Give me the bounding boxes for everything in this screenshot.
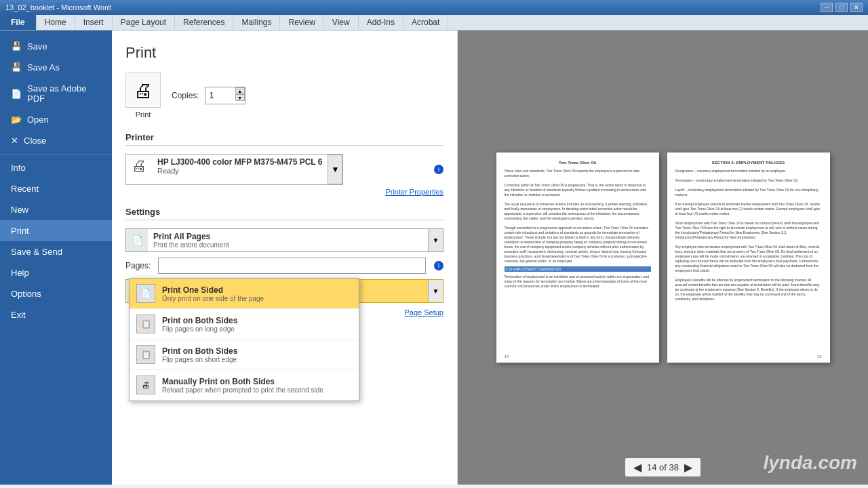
title-bar: 13_02_booklet - Microsoft Word ─ □ ✕ bbox=[0, 0, 868, 15]
print-button[interactable]: 🖨 Print bbox=[125, 73, 161, 119]
sidebar-item-savesend[interactable]: Save & Send bbox=[0, 241, 112, 262]
print-sides-popup: 📄 Print One Sided Only print on one side… bbox=[129, 278, 359, 401]
printer-selector: 🖨 HP LJ300-400 color MFP M375-M475 PCL 6… bbox=[125, 154, 343, 185]
both-sides-long-text: Print on Both Sides Flip pages on long e… bbox=[162, 316, 352, 333]
current-page-indicator: 14 of 38 bbox=[647, 462, 679, 472]
sidebar-item-info[interactable]: Info bbox=[0, 157, 112, 178]
both-sides-long-title: Print on Both Sides bbox=[162, 316, 352, 325]
preview-nav: ◀ 14 of 38 ▶ bbox=[625, 458, 701, 476]
tab-home[interactable]: Home bbox=[37, 15, 75, 30]
page-right-content: Resignation – voluntary employment termi… bbox=[675, 169, 822, 302]
print-range-main: Print All Pages bbox=[153, 232, 422, 241]
copies-spinner[interactable]: ▲ ▼ bbox=[235, 87, 245, 104]
main-content: Print 🖨 Print Copies: ▲ ▼ bbox=[112, 30, 868, 485]
pages-label: Pages: bbox=[125, 261, 153, 270]
sidebar-item-print[interactable]: Print bbox=[0, 220, 112, 241]
popup-option-both-sides-short[interactable]: 📋 Print on Both Sides Flip pages on shor… bbox=[130, 340, 359, 370]
window-controls[interactable]: ─ □ ✕ bbox=[821, 3, 863, 12]
manual-both-text: Manually Print on Both Sides Reload pape… bbox=[162, 377, 352, 394]
next-page-button[interactable]: ▶ bbox=[684, 461, 692, 474]
both-sides-long-desc: Flip pages on long edge bbox=[162, 325, 352, 333]
tab-acrobat[interactable]: Acrobat bbox=[403, 15, 448, 30]
close-icon: ✕ bbox=[11, 136, 18, 146]
tab-page-layout[interactable]: Page Layout bbox=[113, 15, 175, 30]
sidebar-item-help[interactable]: Help bbox=[0, 262, 112, 283]
tab-mailings[interactable]: Mailings bbox=[233, 15, 280, 30]
lynda-watermark: lynda.com bbox=[764, 452, 857, 474]
manual-both-icon: 🖨 bbox=[136, 375, 155, 394]
tab-view[interactable]: View bbox=[324, 15, 359, 30]
save-icon: 💾 bbox=[11, 41, 22, 52]
manual-both-desc: Reload paper when prompted to print the … bbox=[162, 386, 352, 394]
both-sides-short-title: Print on Both Sides bbox=[162, 346, 352, 356]
ribbon-tabs: File Home Insert Page Layout References … bbox=[0, 15, 868, 30]
page-number-left: 14 bbox=[505, 354, 509, 359]
printer-device-icon: 🖨 bbox=[126, 155, 152, 184]
preview-page-left: Two Trees Olive Oil These rules and stan… bbox=[496, 152, 659, 363]
printer-properties-link[interactable]: Printer Properties bbox=[125, 188, 443, 196]
page-left-content-2: Termination of employment is an inevitab… bbox=[505, 274, 651, 289]
sidebar-new-label: New bbox=[11, 205, 28, 215]
tab-references[interactable]: References bbox=[175, 15, 233, 30]
pages-row: Pages: i bbox=[125, 258, 443, 274]
printer-name: HP LJ300-400 color MFP M375-M475 PCL 6 bbox=[157, 157, 322, 167]
both-sides-short-icon: 📋 bbox=[136, 345, 155, 364]
tab-review[interactable]: Review bbox=[280, 15, 323, 30]
sidebar-item-recent[interactable]: Recent bbox=[0, 178, 112, 199]
sidebar-item-options[interactable]: Options bbox=[0, 283, 112, 304]
sidebar-print-label: Print bbox=[11, 226, 29, 236]
sidebar-saveas-label: Save As bbox=[27, 62, 60, 73]
copies-input[interactable] bbox=[205, 87, 235, 104]
sidebar-item-open[interactable]: 📂 Open bbox=[0, 109, 112, 130]
page-left-highlight: 3:14 EMPLOYMENT TERMINATION bbox=[505, 266, 651, 272]
pages-input[interactable] bbox=[158, 258, 426, 274]
print-sides-arrow[interactable]: ▼ bbox=[428, 280, 443, 302]
tab-file[interactable]: File bbox=[0, 15, 37, 30]
settings-section-title: Settings bbox=[125, 207, 443, 220]
sidebar-options-label: Options bbox=[11, 289, 41, 299]
sidebar-exit-label: Exit bbox=[11, 310, 26, 320]
window-title: 13_02_booklet - Microsoft Word bbox=[5, 3, 111, 12]
print-range-dropdown[interactable]: 📄 Print All Pages Print the entire docum… bbox=[125, 228, 443, 252]
copies-down-arrow[interactable]: ▼ bbox=[235, 94, 245, 101]
maximize-button[interactable]: □ bbox=[835, 3, 848, 12]
minimize-button[interactable]: ─ bbox=[821, 3, 833, 12]
open-icon: 📂 bbox=[11, 115, 22, 125]
both-sides-short-desc: Flip pages on short edge bbox=[162, 356, 352, 363]
page-separator: of bbox=[659, 462, 669, 472]
prev-page-button[interactable]: ◀ bbox=[633, 461, 642, 474]
sidebar-recent-label: Recent bbox=[11, 184, 39, 194]
sidebar-item-saveas[interactable]: 💾 Save As bbox=[0, 57, 112, 78]
printer-row: 🖨 HP LJ300-400 color MFP M375-M475 PCL 6… bbox=[125, 154, 443, 185]
sidebar-item-close[interactable]: ✕ Close bbox=[0, 130, 112, 151]
both-sides-long-icon: 📋 bbox=[136, 314, 155, 333]
tab-insert[interactable]: Insert bbox=[75, 15, 113, 30]
printer-section-title: Printer bbox=[125, 132, 443, 146]
page-left-content: These rules and standards, Two Trees Oli… bbox=[505, 169, 651, 264]
popup-option-both-sides-long[interactable]: 📋 Print on Both Sides Flip pages on long… bbox=[130, 309, 359, 340]
adobe-icon: 📄 bbox=[11, 89, 22, 99]
print-range-arrow[interactable]: ▼ bbox=[428, 229, 443, 251]
printer-info-icon[interactable]: i bbox=[434, 165, 443, 174]
print-btn-label: Print bbox=[136, 110, 151, 119]
copies-up-arrow[interactable]: ▲ bbox=[235, 87, 245, 94]
preview-pages: Two Trees Olive Oil These rules and stan… bbox=[496, 152, 830, 363]
manual-both-title: Manually Print on Both Sides bbox=[162, 377, 352, 386]
tab-addins[interactable]: Add-Ins bbox=[359, 15, 403, 30]
print-range-sub: Print the entire document bbox=[153, 241, 422, 249]
popup-option-one-sided[interactable]: 📄 Print One Sided Only print on one side… bbox=[130, 279, 359, 309]
printer-info: 🖨 HP LJ300-400 color MFP M375-M475 PCL 6… bbox=[125, 154, 343, 185]
close-button[interactable]: ✕ bbox=[850, 3, 863, 12]
popup-option-manual-both[interactable]: 🖨 Manually Print on Both Sides Reload pa… bbox=[130, 370, 359, 401]
print-range-icon: 📄 bbox=[126, 229, 148, 251]
sidebar-item-new[interactable]: New bbox=[0, 199, 112, 220]
sidebar-item-exit[interactable]: Exit bbox=[0, 304, 112, 325]
sidebar-item-save-adobe[interactable]: 📄 Save as Adobe PDF bbox=[0, 78, 112, 109]
print-controls: 🖨 Print Copies: ▲ ▼ bbox=[125, 73, 443, 119]
backstage-sidebar: 💾 Save 💾 Save As 📄 Save as Adobe PDF 📂 O… bbox=[0, 30, 112, 485]
sidebar-item-save[interactable]: 💾 Save bbox=[0, 36, 112, 57]
printer-dropdown-button[interactable]: ▼ bbox=[328, 155, 342, 184]
pages-info-icon[interactable]: i bbox=[434, 261, 443, 270]
sidebar-close-label: Close bbox=[24, 136, 46, 146]
print-title: Print bbox=[125, 44, 443, 62]
